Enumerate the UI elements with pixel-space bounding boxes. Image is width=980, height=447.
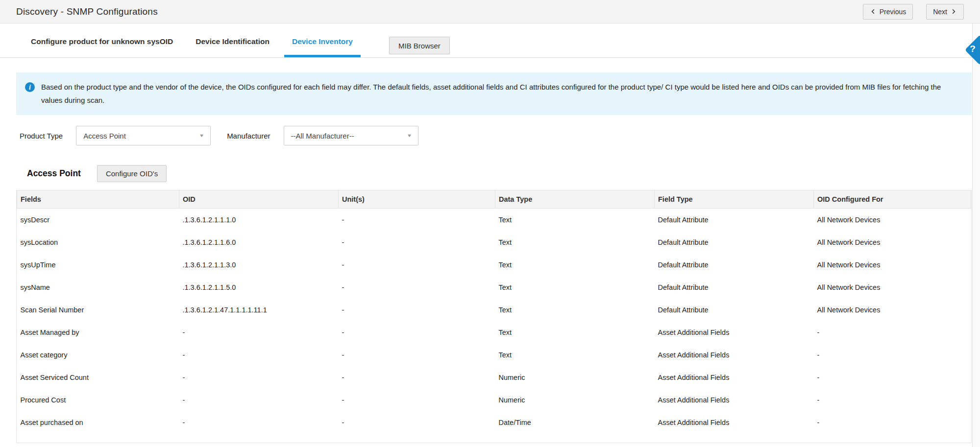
table-row: sysUpTime .1.3.6.1.2.1.1.3.0 - Text Defa… [17, 254, 971, 276]
manufacturer-select[interactable]: --All Manufacturer-- ▼ [284, 126, 418, 145]
column-header-oid: OID [179, 190, 339, 209]
vertical-scrollbar[interactable] [972, 24, 980, 447]
wizard-nav: Previous Next [863, 4, 964, 20]
cell-text: All Network Devices [817, 238, 881, 246]
cell-text: Asset Additional Fields [658, 419, 730, 426]
cell-data-type: Text [495, 209, 655, 231]
cell-oid-configured-for: - [814, 411, 971, 434]
cell-text: - [817, 396, 820, 404]
cell-text: - [817, 374, 820, 381]
cell-data-type: Text [495, 299, 655, 321]
cell-units: - [339, 344, 495, 366]
cell-data-type: Text [495, 254, 655, 276]
cell-text: Default Attribute [658, 238, 709, 246]
cell-field-type: Default Attribute [655, 276, 814, 299]
info-icon: i [25, 82, 35, 92]
cell-text: - [817, 351, 820, 359]
page-title: Discovery - SNMP Configurations [16, 6, 863, 17]
cell-oid-configured-for: - [814, 389, 971, 411]
table-header-row: Fields OID Unit(s) Data Type Field Type … [17, 190, 971, 209]
cell-data-type: Numeric [495, 366, 655, 389]
cell-text: .1.3.6.1.2.1.1.5.0 [183, 283, 236, 291]
tab-configure-product-unknown-sysoid[interactable]: Configure product for unknown sysOID [23, 24, 181, 57]
cell-data-type: Text [495, 321, 655, 344]
cell-oid-configured-for: - [814, 366, 971, 389]
cell-text: - [342, 238, 344, 246]
cell-data-type: Text [495, 344, 655, 366]
cell-text: Default Attribute [658, 306, 709, 314]
cell-oid: - [179, 411, 339, 434]
previous-button-label: Previous [880, 8, 906, 16]
cell-units: - [339, 411, 495, 434]
cell-oid-configured-for: - [814, 344, 971, 366]
top-bar: Discovery - SNMP Configurations Previous… [0, 0, 980, 24]
info-banner-text: Based on the product type and the vendor… [41, 80, 963, 107]
cell-units: - [339, 209, 495, 231]
info-banner: i Based on the product type and the vend… [16, 72, 972, 115]
cell-text: All Network Devices [817, 306, 881, 314]
cell-field-type: Default Attribute [655, 231, 814, 254]
cell-fields: sysName [17, 276, 179, 299]
cell-units: - [339, 231, 495, 254]
cell-text: .1.3.6.1.2.1.47.1.1.1.1.11.1 [183, 306, 267, 314]
cell-units: - [339, 254, 495, 276]
cell-text: Asset Additional Fields [658, 329, 730, 336]
cell-text: Asset Serviced Count [21, 374, 89, 381]
cell-text: Asset Additional Fields [658, 396, 730, 404]
cell-units: - [339, 299, 495, 321]
filter-row: Product Type Access Point ▼ Manufacturer… [16, 126, 972, 145]
previous-button[interactable]: Previous [863, 4, 913, 20]
main-content: i Based on the product type and the vend… [16, 72, 972, 443]
dropdown-arrow-icon: ▼ [199, 133, 205, 138]
column-header-oid-configured-for: OID Configured For [814, 190, 971, 209]
cell-oid: .1.3.6.1.2.1.1.6.0 [179, 231, 339, 254]
cell-fields: Asset category [17, 344, 179, 366]
configure-oids-button[interactable]: Configure OID's [97, 165, 167, 182]
manufacturer-value: --All Manufacturer-- [291, 132, 354, 140]
cell-text: - [817, 329, 820, 336]
cell-oid: - [179, 389, 339, 411]
cell-text: - [342, 306, 344, 314]
cell-oid-configured-for: - [814, 321, 971, 344]
next-button[interactable]: Next [926, 4, 964, 20]
cell-text: sysLocation [21, 238, 58, 246]
cell-data-type: Date/Time [495, 411, 655, 434]
cell-text: Text [499, 306, 512, 314]
cell-oid: .1.3.6.1.2.1.1.1.0 [179, 209, 339, 231]
product-type-select[interactable]: Access Point ▼ [76, 126, 211, 145]
table-row: Scan Serial Number .1.3.6.1.2.1.47.1.1.1… [17, 299, 971, 321]
question-mark-icon: ? [970, 44, 976, 54]
cell-text: - [342, 351, 344, 359]
chevron-left-icon [870, 8, 876, 15]
column-header-field-type: Field Type [655, 190, 814, 209]
tab-bar: Configure product for unknown sysOID Dev… [0, 24, 980, 58]
cell-text: Asset Additional Fields [658, 351, 730, 359]
mib-browser-button[interactable]: MIB Browser [389, 37, 450, 54]
cell-text: - [342, 329, 344, 336]
cell-text: Text [499, 351, 512, 359]
cell-text: - [183, 396, 185, 404]
cell-text: - [342, 216, 344, 224]
cell-field-type: Default Attribute [655, 209, 814, 231]
cell-field-type: Asset Additional Fields [655, 411, 814, 434]
cell-fields: sysLocation [17, 231, 179, 254]
cell-oid-configured-for: All Network Devices [814, 254, 971, 276]
cell-field-type: Asset Additional Fields [655, 321, 814, 344]
cell-field-type: Asset Additional Fields [655, 389, 814, 411]
cell-text: Asset category [21, 351, 68, 359]
tab-device-inventory[interactable]: Device Inventory [284, 24, 361, 57]
cell-oid-configured-for: All Network Devices [814, 299, 971, 321]
cell-fields: Asset purchased on [17, 411, 179, 434]
cell-text: .1.3.6.1.2.1.1.6.0 [183, 238, 236, 246]
cell-units: - [339, 321, 495, 344]
fields-table: Fields OID Unit(s) Data Type Field Type … [17, 190, 971, 434]
tab-device-identification[interactable]: Device Identification [188, 24, 277, 57]
cell-oid-configured-for: All Network Devices [814, 231, 971, 254]
cell-oid: - [179, 344, 339, 366]
chevron-right-icon [951, 8, 957, 15]
cell-text: - [342, 419, 344, 426]
product-type-value: Access Point [83, 132, 126, 140]
cell-text: Scan Serial Number [21, 306, 84, 314]
table-row: sysDescr .1.3.6.1.2.1.1.1.0 - Text Defau… [17, 209, 971, 231]
table-header: Fields OID Unit(s) Data Type Field Type … [17, 190, 971, 209]
